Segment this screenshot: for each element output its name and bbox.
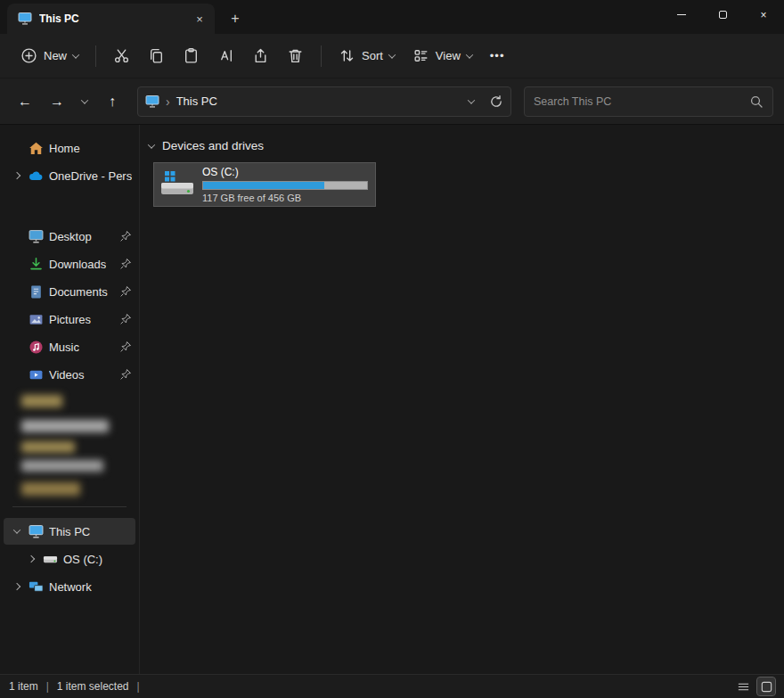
home-icon: [29, 141, 44, 156]
sidebar-item-onedrive[interactable]: OneDrive - Persona: [4, 162, 135, 189]
drive-free-space: 117 GB free of 456 GB: [202, 193, 368, 204]
back-button[interactable]: ←: [11, 87, 39, 116]
chevron-down-icon[interactable]: [13, 526, 20, 533]
maximize-icon: [719, 11, 727, 19]
sidebar-divider: [12, 506, 127, 507]
sidebar-item-desktop[interactable]: Desktop: [4, 223, 135, 250]
sidebar-item-home[interactable]: Home: [4, 135, 135, 161]
chevron-slot: [11, 529, 23, 534]
search-input[interactable]: [534, 95, 742, 108]
sort-button[interactable]: Sort: [331, 40, 403, 72]
redacted-sidebar-item[interactable]: [21, 395, 62, 407]
sidebar-item-this-pc[interactable]: This PC: [4, 518, 135, 545]
chevron-right-icon[interactable]: [13, 172, 20, 179]
view-toggles: [734, 677, 775, 695]
toolbar-divider: [321, 45, 322, 67]
this-pc-icon: [18, 12, 32, 26]
music-icon: [29, 340, 44, 355]
share-icon: [252, 47, 269, 64]
search-icon[interactable]: [749, 94, 764, 109]
chevron-down-icon: [388, 51, 396, 58]
more-options-button[interactable]: •••: [482, 40, 513, 72]
chevron-down-icon: [81, 96, 88, 103]
view-button[interactable]: View: [404, 40, 480, 72]
section-devices-and-drives[interactable]: Devices and drives: [147, 139, 784, 152]
drive-tile-os-c[interactable]: OS (C:) 117 GB free of 456 GB: [153, 162, 376, 207]
file-explorer-window: This PC × + × New: [0, 0, 784, 698]
navigation-bar: ← → ↑ › This PC: [0, 78, 784, 125]
documents-icon: [29, 284, 44, 300]
redacted-sidebar-item[interactable]: [21, 460, 103, 472]
paste-icon: [183, 47, 200, 64]
downloads-icon: [29, 257, 44, 272]
address-dropdown-icon[interactable]: [468, 96, 475, 103]
refresh-icon[interactable]: [489, 94, 503, 109]
redacted-sidebar-items: [0, 395, 139, 496]
view-icon: [412, 47, 429, 64]
desktop-icon: [29, 229, 44, 244]
chevron-right-icon[interactable]: [28, 555, 35, 563]
close-button[interactable]: ×: [743, 0, 784, 29]
chevron-down-icon: [148, 141, 155, 148]
pin-icon: [119, 368, 132, 381]
window-controls: ×: [661, 0, 784, 29]
up-button[interactable]: ↑: [98, 87, 127, 116]
command-toolbar: New: [0, 34, 784, 78]
recent-locations-button[interactable]: [75, 87, 94, 116]
new-button[interactable]: New: [12, 40, 86, 72]
status-separator: |: [137, 680, 140, 693]
rename-icon: [217, 47, 234, 64]
chevron-down-icon: [72, 51, 79, 58]
large-icons-view-button[interactable]: [757, 677, 775, 695]
item-count: 1 item: [9, 680, 38, 693]
sidebar-item-downloads[interactable]: Downloads: [4, 250, 135, 277]
chevron-slot: [11, 173, 23, 178]
this-pc-icon: [145, 94, 159, 109]
redacted-sidebar-item[interactable]: [21, 420, 109, 432]
delete-icon: [287, 47, 304, 64]
status-bar: 1 item | 1 item selected |: [0, 674, 784, 698]
breadcrumb-this-pc[interactable]: This PC: [176, 94, 217, 108]
share-button[interactable]: [244, 40, 277, 72]
pin-icon: [119, 285, 132, 298]
cut-button[interactable]: [105, 40, 138, 72]
chevron-slot: [11, 584, 23, 589]
this-pc-icon: [29, 524, 44, 539]
network-icon: [29, 579, 44, 595]
pin-icon: [119, 258, 132, 270]
tab-this-pc[interactable]: This PC ×: [7, 4, 215, 34]
breadcrumb-chevron: ›: [166, 94, 170, 109]
forward-button[interactable]: →: [43, 87, 71, 116]
sidebar-item-videos[interactable]: Videos: [4, 361, 135, 388]
sidebar-item-os-c[interactable]: OS (C:): [4, 546, 135, 572]
new-tab-button[interactable]: +: [224, 7, 247, 30]
sidebar: Home OneDrive - Persona Desktop: [0, 125, 140, 674]
delete-button[interactable]: [279, 40, 312, 72]
redacted-sidebar-item[interactable]: [21, 482, 80, 496]
chevron-down-icon: [466, 51, 473, 58]
hard-drive-icon: [159, 168, 195, 201]
search-box[interactable]: [524, 86, 773, 117]
minimize-button[interactable]: [661, 0, 702, 29]
rename-button[interactable]: [209, 40, 242, 72]
tab-close-icon[interactable]: ×: [192, 11, 208, 27]
sort-button-label: Sort: [362, 49, 383, 62]
chevron-right-icon[interactable]: [13, 583, 20, 590]
details-view-button[interactable]: [734, 677, 752, 695]
paste-button[interactable]: [175, 40, 208, 72]
sidebar-item-documents[interactable]: Documents: [4, 278, 135, 305]
redacted-sidebar-item[interactable]: [21, 441, 75, 453]
chevron-slot: [25, 556, 37, 562]
more-options-icon: •••: [490, 49, 505, 62]
copy-button[interactable]: [140, 40, 173, 72]
minimize-icon: [677, 14, 686, 15]
sidebar-item-network[interactable]: Network: [4, 573, 135, 600]
sidebar-item-music[interactable]: Music: [4, 333, 135, 360]
sidebar-item-pictures[interactable]: Pictures: [4, 306, 135, 333]
content-pane: Devices and drives: [140, 125, 784, 674]
drive-usage-bar: [202, 181, 368, 190]
selected-count: 1 item selected: [57, 680, 129, 693]
address-bar[interactable]: › This PC: [137, 86, 511, 117]
drive-usage-bar-fill: [203, 182, 324, 189]
maximize-button[interactable]: [702, 0, 743, 29]
